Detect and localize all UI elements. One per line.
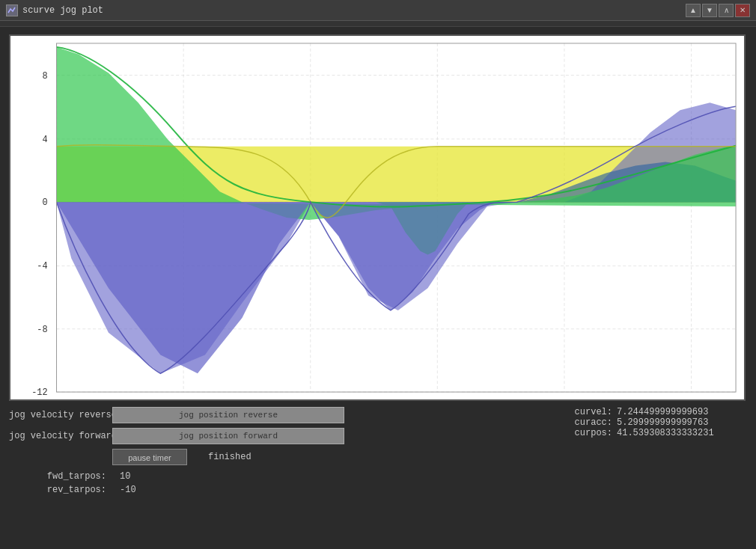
jog-velocity-forward-label: jog velocity forward <box>9 431 106 441</box>
svg-text:4: 4 <box>42 135 47 145</box>
close-button[interactable]: ✕ <box>735 4 750 17</box>
jog-position-reverse-text: jog position reverse <box>179 411 278 420</box>
curvel-label: curvel: <box>564 407 612 417</box>
controls-section: jog velocity reverse jog position revers… <box>9 407 747 495</box>
rev-tarpos-row: rev_tarpos: -10 <box>9 485 747 495</box>
chart-svg: 8 4 0 -4 -8 -12 <box>10 36 744 399</box>
window-title: scurve jog plot <box>22 5 103 16</box>
jog-position-reverse-bar: jog position reverse <box>112 407 344 423</box>
curacc-row: curacc: 5.299999999999763 <box>564 417 737 428</box>
fwd-tarpos-label: fwd_tarpos: <box>9 471 106 482</box>
curacc-value: 5.299999999999763 <box>617 417 737 428</box>
window-controls: ▲ ▼ ∧ ✕ <box>686 4 750 17</box>
svg-text:-8: -8 <box>37 325 47 335</box>
chart-container: 8 4 0 -4 -8 -12 <box>9 34 746 401</box>
curvel-value: 7.244499999999693 <box>617 407 737 417</box>
svg-text:0: 0 <box>42 197 47 208</box>
curacc-label: curacc: <box>564 417 612 428</box>
restore-button[interactable]: ∧ <box>719 4 734 17</box>
minimize-up-button[interactable]: ▲ <box>686 4 701 17</box>
svg-text:-4: -4 <box>37 261 47 272</box>
rev-tarpos-value: -10 <box>120 485 136 495</box>
toolbar-strip <box>0 21 756 27</box>
rev-tarpos-label: rev_tarpos: <box>9 485 106 495</box>
jog-velocity-reverse-label: jog velocity reverse <box>9 410 106 420</box>
title-bar: scurve jog plot ▲ ▼ ∧ ✕ <box>0 0 756 21</box>
curvel-row: curvel: 7.244499999999693 <box>564 407 737 417</box>
stats-panel: curvel: 7.244499999999693 curacc: 5.2999… <box>564 407 737 438</box>
jog-reverse-row: jog velocity reverse jog position revers… <box>9 407 747 423</box>
jog-position-forward-text: jog position forward <box>179 432 278 441</box>
fwd-tarpos-row: fwd_tarpos: 10 <box>9 471 747 482</box>
minimize-down-button[interactable]: ▼ <box>702 4 717 17</box>
jog-position-forward-bar: jog position forward <box>112 428 344 444</box>
status-text: finished <box>208 452 252 462</box>
curpos-value: 41.539308333333231 <box>617 428 737 438</box>
pause-timer-button[interactable]: pause timer <box>112 449 187 465</box>
fwd-tarpos-value: 10 <box>120 471 130 482</box>
main-content: 8 4 0 -4 -8 -12 jog velocity reverse jog… <box>0 27 756 503</box>
app-icon <box>6 4 18 16</box>
curpos-row: curpos: 41.539308333333231 <box>564 428 737 438</box>
curpos-label: curpos: <box>564 428 612 438</box>
svg-text:8: 8 <box>42 71 47 82</box>
title-bar-left: scurve jog plot <box>6 4 103 16</box>
pause-row: pause timer finished <box>9 449 747 465</box>
svg-text:-12: -12 <box>31 387 47 398</box>
